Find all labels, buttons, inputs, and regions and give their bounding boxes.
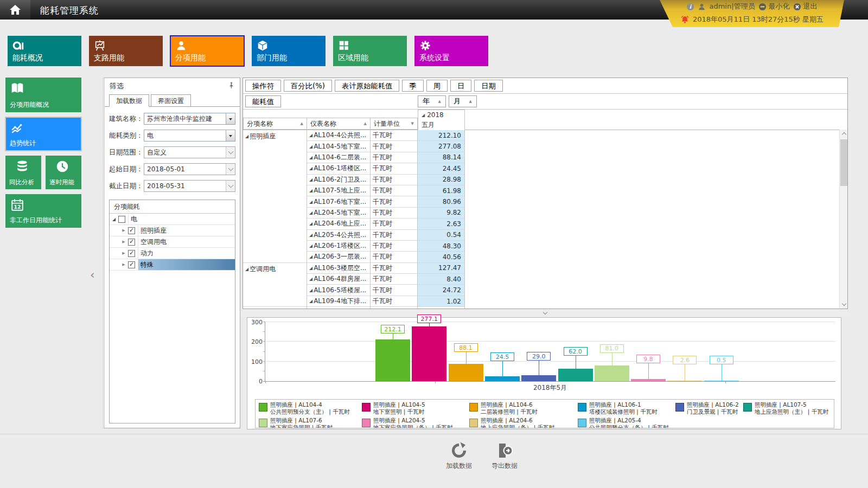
collapsed-icon[interactable]: ▶: [119, 251, 128, 255]
sidebar-item-nonworkday-statistics[interactable]: 12非工作日用能统计: [5, 194, 81, 228]
column-header-meter-name[interactable]: 仪表名称▲: [307, 118, 371, 130]
meter-cell[interactable]: ◢AL107-5地上应...: [307, 185, 370, 196]
nav-tab-subitem-energy[interactable]: 分项用能: [170, 36, 244, 66]
pivot-filter-field-button[interactable]: 季: [402, 80, 423, 92]
meter-cell[interactable]: ◢AL104-5地下室...: [307, 141, 370, 152]
dropdown-arrow-icon[interactable]: [226, 113, 235, 124]
dropdown-arrow-icon[interactable]: [226, 147, 235, 158]
value-cell: 80.96: [418, 196, 464, 207]
sidebar-item-label: 分项用能概况: [10, 100, 49, 110]
logged-in-user: admin|管理员: [709, 2, 755, 11]
field-value: 2018-05-01: [147, 165, 185, 173]
column-header-subitem-name[interactable]: 分项名称▲: [243, 118, 307, 130]
meter-cell[interactable]: ◢AL106-5塔楼屋...: [307, 285, 370, 296]
pivot-filter-field-button[interactable]: 日: [450, 80, 471, 92]
dropdown-arrow-icon[interactable]: [226, 181, 235, 191]
meter-cell[interactable]: ◢AL104-4公共照...: [307, 130, 370, 141]
presentation-chart-icon: [94, 40, 106, 52]
pivot-filter-field-button[interactable]: 周: [426, 80, 448, 92]
collapsed-icon[interactable]: ▶: [119, 240, 128, 244]
value-cell: 48.30: [418, 241, 464, 252]
nav-tab-system-settings[interactable]: 系统设置: [414, 36, 488, 66]
field-dropdown[interactable]: 2018-05-31: [144, 180, 235, 192]
vertical-scrollbar[interactable]: [839, 130, 847, 309]
tree-item[interactable]: ◢电: [110, 214, 235, 225]
field-label: 起始日期：: [109, 165, 144, 174]
tree-checkbox[interactable]: [128, 239, 135, 246]
tree-item[interactable]: ▶动力: [110, 248, 235, 259]
sidebar-item-hourly-energy[interactable]: 逐时用能: [46, 156, 81, 189]
panel-splitter[interactable]: [242, 309, 848, 317]
filter-tab-ui-settings[interactable]: 界面设置: [151, 94, 191, 107]
pivot-filter-field-button[interactable]: 表计原始能耗值: [335, 80, 399, 92]
meter-cell[interactable]: ◢AL104-6二层装...: [307, 152, 370, 163]
meter-cell[interactable]: ◢AL204-5地下室...: [307, 208, 370, 219]
nav-tab-energy-overview[interactable]: 能耗概况: [8, 36, 81, 66]
legend-swatch: [259, 403, 267, 412]
nav-tab-region-energy[interactable]: 区域用能: [333, 36, 407, 66]
year-field-button[interactable]: 年▲: [418, 95, 446, 107]
meter-cell[interactable]: ◢AL106-3楼层空...: [307, 263, 370, 274]
home-button[interactable]: [0, 0, 30, 20]
nav-tab-branch-energy[interactable]: 支路用能: [89, 36, 163, 66]
tree-item[interactable]: ▶特殊: [110, 259, 235, 271]
tree-item-label: 空调用电: [138, 236, 235, 247]
expanded-icon: ◢: [309, 177, 312, 182]
column-header-unit[interactable]: 计量单位▼: [370, 118, 418, 130]
sidebar-item-trend-statistics[interactable]: 趋势统计: [5, 117, 81, 151]
field-dropdown[interactable]: 苏州市沧浪中学监控建: [144, 113, 235, 125]
filter-tab-load-data[interactable]: 加载数据: [109, 94, 149, 107]
meter-cell[interactable]: ◢AL206-3一层装...: [307, 252, 370, 262]
field-dropdown[interactable]: 2018-05-01: [144, 163, 235, 175]
month-field-button[interactable]: 月▲: [449, 95, 477, 107]
exit-button[interactable]: 退出: [793, 2, 818, 11]
meter-cell[interactable]: ◢AL206-1塔楼区...: [307, 241, 370, 252]
sidebar-item-yoy-analysis[interactable]: 同比分析: [5, 156, 41, 189]
collapsed-icon[interactable]: ▶: [119, 262, 128, 267]
group-cell[interactable]: ◢照明插座: [243, 130, 307, 263]
data-field-button[interactable]: 能耗值: [245, 95, 281, 107]
field-dropdown[interactable]: 电: [144, 130, 235, 142]
scroll-up-button[interactable]: [840, 130, 848, 138]
pivot-filter-field-button[interactable]: 百分比(%): [284, 80, 332, 92]
meter-cell[interactable]: ◢AL106-1塔楼区...: [307, 163, 370, 174]
minimize-button[interactable]: 最小化: [758, 2, 790, 11]
tree-checkbox[interactable]: [128, 227, 135, 234]
bar-label-connector: [393, 333, 393, 339]
meter-cell[interactable]: ◢AL205-4公共照...: [307, 230, 370, 241]
pin-button[interactable]: [228, 82, 235, 91]
dropdown-arrow-icon[interactable]: [226, 130, 235, 141]
pivot-filter-field-button[interactable]: 日期: [474, 80, 503, 92]
load-data-button[interactable]: 加载数据: [446, 442, 472, 471]
field-dropdown[interactable]: 自定义: [144, 146, 235, 158]
meter-cell[interactable]: ◢AL107-6地下室...: [307, 196, 370, 207]
pivot-filter-field-button[interactable]: 操作符: [245, 80, 281, 92]
value-cell: 1.02: [418, 296, 464, 307]
bell-icon[interactable]: [680, 15, 690, 24]
sort-desc-icon: ▼: [411, 121, 414, 126]
info-icon[interactable]: i: [686, 3, 694, 11]
year-group-cell[interactable]: ◢2018: [418, 110, 465, 120]
dropdown-arrow-icon[interactable]: [226, 164, 235, 175]
expanded-icon[interactable]: ◢: [110, 217, 118, 222]
tree-item[interactable]: ▶空调用电: [110, 236, 235, 248]
meter-cell[interactable]: ◢AL204-6地上应...: [307, 219, 370, 229]
calendar-icon: 12: [10, 198, 24, 212]
tree-checkbox[interactable]: [118, 216, 125, 223]
collapsed-icon[interactable]: ▶: [119, 228, 128, 233]
scroll-down-button[interactable]: [840, 300, 848, 309]
group-cell[interactable]: ◢空调用电: [243, 263, 307, 307]
tree-checkbox[interactable]: [128, 261, 135, 268]
sidebar-item-subitem-overview[interactable]: 分项用能概况: [5, 78, 81, 112]
meter-cell[interactable]: ◢AL106-2门卫及...: [307, 175, 370, 185]
scrollbar-thumb[interactable]: [840, 139, 847, 186]
tree-checkbox[interactable]: [128, 250, 135, 257]
collapse-panel-chevron[interactable]: ‹: [90, 269, 95, 281]
bar-label-connector: [612, 353, 612, 365]
tree-item[interactable]: ▶照明插座: [110, 225, 235, 236]
meter-cell[interactable]: ◢AL109-4地下排...: [307, 296, 370, 307]
unit-cell: 千瓦时: [371, 296, 417, 307]
nav-tab-department-energy[interactable]: 部门用能: [252, 36, 326, 66]
export-data-button[interactable]: 导出数据: [492, 442, 518, 471]
meter-cell[interactable]: ◢AL106-4群房屋...: [307, 274, 370, 285]
